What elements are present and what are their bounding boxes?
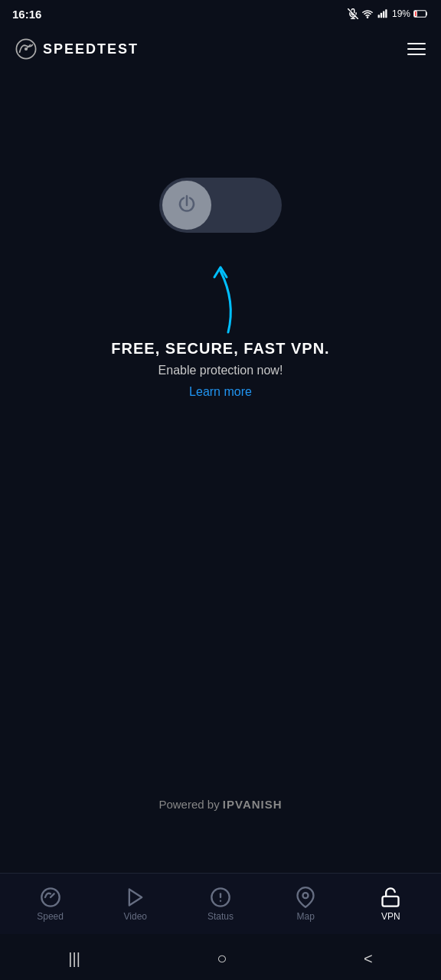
svg-marker-13 [129,889,142,905]
vpn-promo: FREE, SECURE, FAST VPN. Enable protectio… [111,340,329,399]
status-label: Status [207,911,234,922]
battery-text: 19% [392,8,410,19]
status-icon [210,887,231,908]
vpn-title: FREE, SECURE, FAST VPN. [111,340,329,358]
status-icons: 19% [348,8,429,19]
map-icon [295,887,316,908]
video-icon [125,887,146,908]
vpn-nav-icon [380,887,401,908]
svg-point-1 [367,17,368,18]
vpn-toggle[interactable] [159,178,282,233]
nav-item-map[interactable]: Map [263,887,348,922]
status-time: 16:16 [12,8,41,21]
nav-item-video[interactable]: Video [93,887,178,922]
menu-line-3 [407,54,426,55]
svg-rect-2 [378,15,380,18]
app-header: SPEEDTEST [0,28,441,70]
vpn-subtitle: Enable protection now! [111,364,329,377]
wifi-icon [361,8,374,19]
curved-arrow-svg [198,263,243,340]
menu-line-2 [407,48,426,50]
toggle-container [159,178,282,233]
recent-apps-button[interactable]: ||| [68,950,80,968]
menu-line-1 [407,43,426,44]
svg-rect-4 [383,11,384,18]
logo-text: SPEEDTEST [43,41,139,57]
svg-point-17 [303,893,309,898]
svg-rect-5 [385,9,387,18]
powered-brand: IPVANISH [223,798,283,811]
svg-rect-3 [381,13,382,18]
status-bar: 16:16 19% [0,0,441,28]
svg-rect-18 [383,896,399,906]
arrow-container [198,263,243,340]
main-content: FREE, SECURE, FAST VPN. Enable protectio… [0,132,441,426]
back-button[interactable]: < [364,950,373,968]
battery-icon [413,9,429,18]
svg-rect-7 [414,11,416,16]
powered-text: Powered by [158,798,222,811]
nav-item-speed[interactable]: Speed [8,887,93,922]
toggle-knob [162,181,211,230]
bottom-nav: Speed Video Status Map [0,873,441,934]
signal-icon [377,8,389,19]
map-label: Map [297,911,315,922]
video-label: Video [124,911,147,922]
powered-by: Powered by IPVANISH [158,798,282,812]
learn-more-link[interactable]: Learn more [189,385,252,398]
header-logo: SPEEDTEST [15,38,139,60]
power-icon [175,193,199,217]
vpn-label: VPN [381,911,400,922]
menu-button[interactable] [407,43,426,55]
home-button[interactable]: ○ [217,949,227,969]
speedtest-logo-icon [15,38,37,60]
nav-item-status[interactable]: Status [178,887,263,922]
mute-icon [348,8,358,19]
nav-item-vpn[interactable]: VPN [348,887,433,922]
speed-label: Speed [37,911,64,922]
speed-icon [40,887,61,908]
system-nav: ||| ○ < [0,937,441,980]
